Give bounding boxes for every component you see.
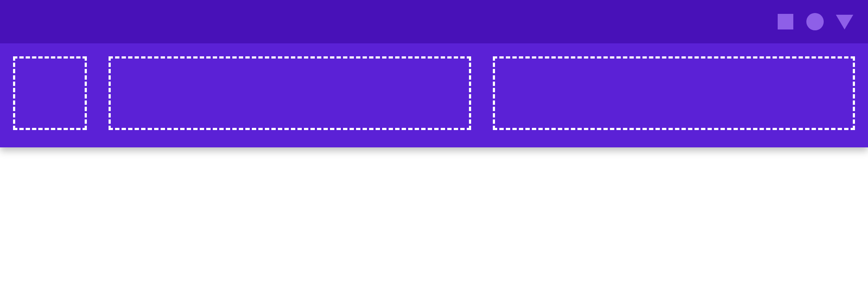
triangle-down-icon — [834, 11, 855, 32]
title-slot: title — [109, 56, 471, 130]
square-icon — [775, 11, 796, 32]
toolbar: navigation-icon title action-items — [0, 43, 868, 147]
slot-label: navigation-icon — [15, 59, 16, 59]
svg-marker-2 — [836, 15, 853, 29]
action-items-slot[interactable]: action-items — [493, 56, 855, 130]
circle-icon — [805, 11, 825, 32]
svg-point-1 — [806, 13, 824, 30]
svg-rect-0 — [778, 14, 793, 29]
slot-label: title — [111, 59, 111, 59]
slot-label: action-items — [495, 59, 495, 59]
top-app-bar: navigation-icon title action-items — [0, 0, 868, 147]
status-bar — [0, 0, 868, 43]
navigation-icon-slot[interactable]: navigation-icon — [13, 56, 87, 130]
